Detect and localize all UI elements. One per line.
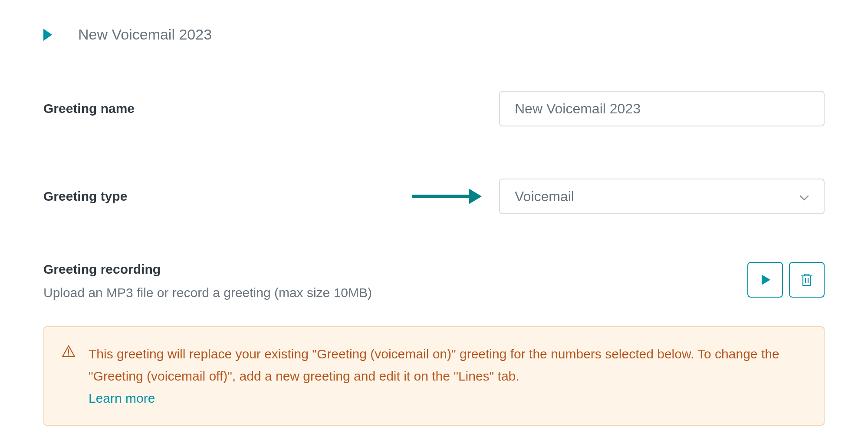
recording-header: Greeting recording Upload an MP3 file or… bbox=[43, 262, 825, 300]
recording-text-block: Greeting recording Upload an MP3 file or… bbox=[43, 262, 747, 300]
alert-message: This greeting will replace your existing… bbox=[89, 347, 779, 383]
alert-content: This greeting will replace your existing… bbox=[89, 343, 806, 409]
greeting-type-row: Greeting type Voicemail bbox=[43, 179, 825, 214]
arrow-annotation bbox=[412, 189, 482, 204]
greeting-name-label: Greeting name bbox=[43, 101, 135, 116]
recording-buttons bbox=[747, 262, 825, 298]
greeting-name-input[interactable] bbox=[499, 91, 825, 126]
greeting-recording-section: Greeting recording Upload an MP3 file or… bbox=[43, 262, 825, 300]
chevron-down-icon bbox=[799, 189, 809, 205]
arrow-right-icon bbox=[469, 189, 482, 204]
greeting-recording-label: Greeting recording bbox=[43, 262, 747, 277]
warning-alert: This greeting will replace your existing… bbox=[43, 326, 825, 426]
learn-more-link[interactable]: Learn more bbox=[89, 387, 155, 409]
caret-right-icon bbox=[43, 29, 52, 41]
svg-point-1 bbox=[68, 354, 69, 356]
arrow-line bbox=[412, 195, 469, 198]
greeting-name-row: Greeting name bbox=[43, 91, 825, 126]
greeting-type-select[interactable]: Voicemail bbox=[499, 179, 825, 214]
play-icon bbox=[762, 275, 770, 285]
section-header: New Voicemail 2023 bbox=[43, 26, 825, 43]
page-title: New Voicemail 2023 bbox=[78, 26, 212, 43]
delete-button[interactable] bbox=[789, 262, 825, 298]
greeting-recording-hint: Upload an MP3 file or record a greeting … bbox=[43, 285, 747, 300]
trash-icon bbox=[800, 272, 813, 287]
collapse-toggle[interactable] bbox=[43, 29, 52, 41]
greeting-type-value: Voicemail bbox=[515, 189, 574, 205]
greeting-type-label: Greeting type bbox=[43, 189, 127, 204]
warning-icon bbox=[62, 345, 76, 409]
play-button[interactable] bbox=[747, 262, 783, 298]
